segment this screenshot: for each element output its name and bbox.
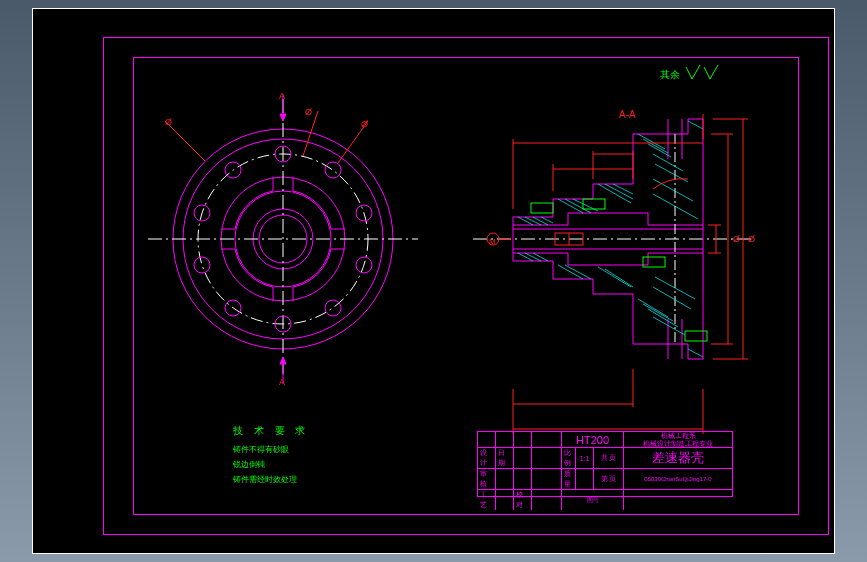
- svg-line-42: [638, 134, 665, 149]
- svg-line-43: [643, 139, 668, 153]
- tb-l-proof: 校对: [514, 490, 532, 510]
- svg-line-34: [533, 217, 548, 225]
- tb-l-date: 日期: [496, 448, 514, 469]
- tb-l-scale: 比例: [562, 448, 576, 469]
- tb-l-mass: 质量: [562, 469, 576, 490]
- technical-requirements: 技 术 要 求 铸件不得有砂眼 锐边倒钝 铸件需经时效处理: [233, 424, 309, 487]
- svg-line-33: [525, 217, 541, 225]
- tb-part-name: 差速器壳: [624, 448, 732, 469]
- svg-line-36: [558, 199, 583, 213]
- tech-req-title: 技 术 要 求: [233, 424, 309, 438]
- tb-l-dwgno: 图号: [562, 490, 624, 510]
- svg-line-57: [638, 299, 668, 317]
- svg-line-32: [518, 217, 533, 225]
- svg-point-10: [325, 162, 341, 178]
- tb-drawing-no: 05030ChanSuQiJing17-0: [624, 469, 732, 490]
- svg-line-62: [653, 287, 691, 309]
- svg-line-63: [688, 349, 703, 357]
- svg-point-13: [325, 300, 341, 316]
- svg-line-56: [605, 269, 633, 287]
- dim-bolt-circle: Ø: [165, 117, 172, 127]
- dim-outer: Ø: [361, 119, 368, 129]
- tb-material: HT200: [562, 432, 624, 448]
- svg-point-16: [194, 257, 210, 273]
- svg-line-53: [558, 265, 583, 279]
- tb-l-page: 第 页: [594, 469, 624, 490]
- svg-line-41: [613, 184, 633, 194]
- svg-line-55: [598, 267, 631, 287]
- cad-canvas: 其余: [32, 8, 835, 554]
- svg-line-58: [643, 304, 673, 321]
- title-block: HT200 机械工程系 机械设计制造工程专业 设计 日期 比例 1:1 共 页 …: [477, 431, 733, 497]
- tb-scale: 1:1: [576, 448, 594, 469]
- svg-line-52: [533, 253, 548, 261]
- svg-line-23: [165, 121, 205, 161]
- dim-bolt-hole: Ø: [305, 107, 312, 117]
- svg-rect-92: [531, 203, 553, 213]
- svg-line-39: [598, 184, 631, 203]
- svg-line-46: [655, 164, 688, 182]
- section-arrow-a-bottom: A: [279, 377, 285, 387]
- svg-line-50: [518, 253, 533, 261]
- svg-line-51: [525, 253, 541, 261]
- tb-l-proc: 工艺: [478, 490, 496, 510]
- svg-line-40: [605, 184, 633, 199]
- datum-label: M: [489, 237, 496, 246]
- svg-marker-20: [280, 114, 286, 121]
- tb-l-design: 设计: [478, 448, 496, 469]
- section-title: A-A: [619, 109, 636, 120]
- svg-line-54: [565, 265, 591, 279]
- svg-rect-91: [685, 331, 707, 341]
- tech-req-line-1: 铸件不得有砂眼: [233, 442, 309, 457]
- dim-flange-od: Ø: [748, 234, 755, 244]
- svg-rect-89: [583, 199, 605, 209]
- tech-req-line-3: 铸件需经时效处理: [233, 472, 309, 487]
- svg-marker-22: [280, 357, 286, 364]
- tb-l-pages: 共 页: [594, 448, 624, 469]
- tech-req-line-2: 锐边倒钝: [233, 457, 309, 472]
- svg-line-49: [688, 121, 703, 129]
- section-arrow-a-top: A: [279, 91, 285, 101]
- tb-org: 机械工程系 机械设计制造工程专业: [624, 432, 732, 448]
- svg-line-60: [653, 317, 685, 335]
- dim-bc: Ø: [733, 234, 740, 244]
- svg-line-59: [648, 309, 678, 327]
- tb-l-check: 审核: [478, 469, 496, 490]
